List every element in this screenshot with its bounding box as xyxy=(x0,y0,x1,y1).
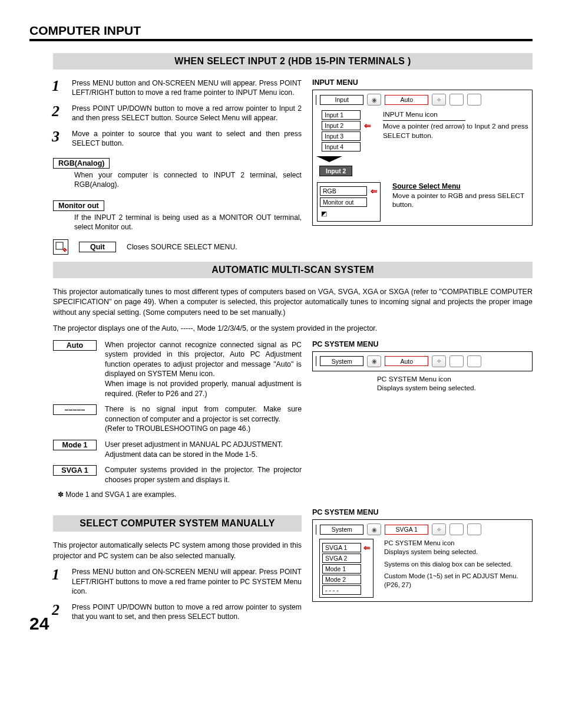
mode-svga1: SVGA 1 Computer systems provided in the … xyxy=(53,465,302,485)
banner-multiscan: AUTOMATIC MULTI-SCAN SYSTEM xyxy=(53,262,533,278)
nav-icon xyxy=(449,355,464,367)
source-select-text: Move a pointer to RGB and press SELECT b… xyxy=(392,192,529,210)
step-3: 3 Move a pointer to source that you want… xyxy=(29,129,302,149)
input-menu-title: INPUT MENU xyxy=(312,78,533,87)
mode-label: Auto xyxy=(53,340,97,351)
pointer-icon: ✧ xyxy=(432,523,446,535)
quit-mini-icon: ◩ xyxy=(321,210,327,217)
system-item: SVGA 2 xyxy=(322,554,361,563)
arrow-left-icon: ⇐ xyxy=(371,186,378,196)
pc-menu2-callout-2: Systems on this dialog box can be select… xyxy=(384,560,529,569)
nav-icon xyxy=(467,355,481,367)
mode-text: There is no signal input from computer. … xyxy=(105,404,302,434)
step-2-manual: 2 Press POINT UP/DOWN button to move a r… xyxy=(29,602,302,622)
pointer-icon: ✧ xyxy=(432,355,446,367)
menu-header-system: System xyxy=(320,525,363,535)
quit-desc: Closes SOURCE SELECT MENU. xyxy=(127,243,237,251)
quit-row: Quit Closes SOURCE SELECT MENU. xyxy=(53,239,302,255)
mode-auto: Auto When projector cannot recognize con… xyxy=(53,340,302,399)
quit-button: Quit xyxy=(79,242,116,252)
quit-icon xyxy=(53,239,68,255)
step-text: Move a pointer to source that you want t… xyxy=(72,129,302,149)
step-1: 1 Press MENU button and ON-SCREEN MENU w… xyxy=(29,78,302,98)
step-number: 1 xyxy=(52,567,72,596)
mode-text: Computer systems provided in the project… xyxy=(105,465,302,485)
step-text: Press MENU button and ON-SCREEN MENU wil… xyxy=(72,78,302,98)
callout-title: INPUT Menu icon xyxy=(383,110,529,119)
multiscan-para1: This projector automatically tunes to mo… xyxy=(53,287,533,318)
mode-label: Mode 1 xyxy=(53,440,97,450)
footnote: ✽ Mode 1 and SVGA 1 are examples. xyxy=(58,490,302,499)
input-menu-box: Input ◉ Auto ✧ Input 1 Input 2 ⇐ Input 3… xyxy=(312,90,533,226)
step-number: 2 xyxy=(52,104,72,123)
mode-label: SVGA 1 xyxy=(53,465,97,476)
pc-system-menu-1: System ◉ Auto ✧ xyxy=(312,351,533,371)
mode-mode1: Mode 1 User preset adjustment in MANUAL … xyxy=(53,440,302,459)
svg-rect-0 xyxy=(56,242,63,249)
icons-nav-icon: ◉ xyxy=(367,355,381,367)
system-item: - - - - xyxy=(322,585,361,595)
mode-text: User preset adjustment in MANUAL PC ADJU… xyxy=(105,440,302,459)
arrow-left-icon: ⇐ xyxy=(364,121,371,130)
pc-menu1-callout: PC SYSTEM Menu icon Displays system bein… xyxy=(377,375,533,393)
input2-chip: Input 2 xyxy=(319,166,352,176)
option-monitor-out: Monitor out xyxy=(53,200,104,211)
step-number: 3 xyxy=(52,129,72,149)
source-select-title: Source Select Menu xyxy=(392,182,529,192)
step-text: Press POINT UP/DOWN button to move a red… xyxy=(72,104,302,123)
mode-text: When projector cannot recognize connecte… xyxy=(105,340,302,399)
option-rgb-analog: RGB(Analog) xyxy=(53,158,110,169)
step-1-manual: 1 Press MENU button and ON-SCREEN MENU w… xyxy=(29,567,302,596)
step-text: Press MENU button and ON-SCREEN MENU wil… xyxy=(72,567,302,596)
pc-system-menu-title-2: PC SYSTEM MENU xyxy=(312,508,533,516)
nav-icon xyxy=(449,94,464,106)
menu-header-auto: Auto xyxy=(385,95,428,105)
option-desc: If the INPUT 2 terminal is being used as… xyxy=(74,213,302,232)
source-item-rgb: RGB xyxy=(320,186,367,196)
menu-header-input: Input xyxy=(320,95,363,105)
step-text: Press POINT UP/DOWN button to move a red… xyxy=(72,602,302,622)
nav-icon xyxy=(449,523,464,535)
mode-label: ––––– xyxy=(53,404,97,415)
callout-text: Move a pointer (red arrow) to Input 2 an… xyxy=(383,122,529,140)
nav-icon xyxy=(467,523,481,535)
menu-header-auto: Auto xyxy=(385,356,428,366)
input-item: Input 2 xyxy=(322,121,361,130)
step-2: 2 Press POINT UP/DOWN button to move a r… xyxy=(29,104,302,123)
pc-menu2-callout-1: PC SYSTEM Menu icon Displays system bein… xyxy=(384,539,529,556)
source-item-monitor: Monitor out xyxy=(320,197,367,207)
system-item: SVGA 1 xyxy=(322,543,361,552)
icons-nav-icon: ◉ xyxy=(367,94,381,106)
menu-header-system: System xyxy=(320,356,363,366)
page-title: COMPUTER INPUT xyxy=(29,24,533,41)
page-number: 24 xyxy=(29,614,49,634)
pc-system-menu-2: System ◉ SVGA 1 ✧ SVGA 1 ⇐ SVGA 2 Mode 1 xyxy=(312,519,533,602)
system-item: Mode 1 xyxy=(322,564,361,574)
step-number: 2 xyxy=(52,602,72,622)
input-item: Input 1 xyxy=(322,110,361,120)
input-item: Input 4 xyxy=(322,142,361,151)
pc-system-menu-title-1: PC SYSTEM MENU xyxy=(312,340,533,348)
arrow-left-icon: ⇐ xyxy=(363,543,371,552)
input-item: Input 3 xyxy=(322,131,361,141)
banner-select-manually: SELECT COMPUTER SYSTEM MANUALLY xyxy=(53,515,302,532)
step-number: 1 xyxy=(52,78,72,98)
down-arrow-icon xyxy=(316,156,342,162)
multiscan-para2: The projector displays one of the Auto, … xyxy=(53,324,533,334)
banner-input2: WHEN SELECT INPUT 2 (HDB 15-PIN TERMINAL… xyxy=(53,53,533,70)
nav-icon xyxy=(467,94,481,106)
icons-nav-icon: ◉ xyxy=(367,523,381,535)
select-manually-para: This projector automatically selects PC … xyxy=(53,541,302,561)
menu-header-svga: SVGA 1 xyxy=(385,525,428,535)
mode-dashes: ––––– There is no signal input from comp… xyxy=(53,404,302,434)
pointer-icon: ✧ xyxy=(432,94,446,106)
pc-menu2-callout-3: Custom Mode (1~5) set in PC ADJUST Menu.… xyxy=(384,572,529,589)
system-item: Mode 2 xyxy=(322,575,361,584)
option-desc: When your computer is connected to INPUT… xyxy=(74,170,302,190)
